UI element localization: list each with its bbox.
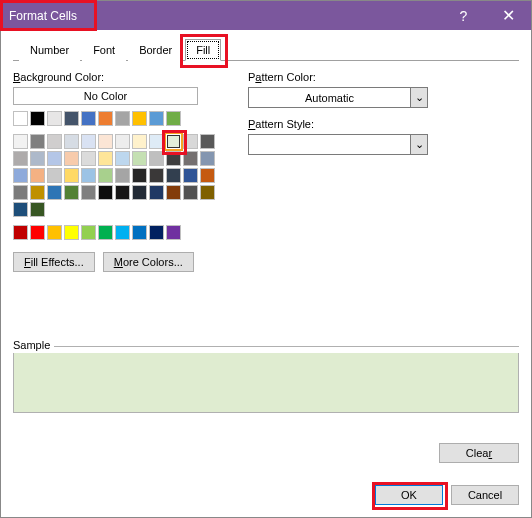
color-swatch[interactable] <box>47 168 62 183</box>
color-swatch[interactable] <box>200 134 215 149</box>
color-swatch[interactable] <box>13 111 28 126</box>
color-swatch[interactable] <box>47 225 62 240</box>
color-swatch[interactable] <box>115 151 130 166</box>
sample-preview <box>13 353 519 413</box>
color-swatch[interactable] <box>13 168 28 183</box>
color-swatch[interactable] <box>149 185 164 200</box>
chevron-down-icon[interactable]: ⌄ <box>410 88 427 107</box>
color-swatch[interactable] <box>115 225 130 240</box>
sample-section: Sample <box>13 346 519 413</box>
color-swatch[interactable] <box>98 111 113 126</box>
color-swatch[interactable] <box>132 185 147 200</box>
color-swatch[interactable] <box>98 151 113 166</box>
color-swatch[interactable] <box>13 185 28 200</box>
color-swatch[interactable] <box>166 151 181 166</box>
dialog-title: Format Cells <box>9 9 441 23</box>
clear-button[interactable]: Clear <box>439 443 519 463</box>
color-swatch[interactable] <box>98 225 113 240</box>
color-swatch[interactable] <box>81 168 96 183</box>
color-swatch[interactable] <box>149 168 164 183</box>
color-swatch[interactable] <box>166 185 181 200</box>
pattern-color-dropdown[interactable]: Automatic ⌄ <box>248 87 428 108</box>
color-swatch[interactable] <box>115 111 130 126</box>
color-swatch[interactable] <box>183 185 198 200</box>
color-swatch[interactable] <box>81 134 96 149</box>
color-swatch[interactable] <box>13 151 28 166</box>
color-swatch[interactable] <box>81 185 96 200</box>
color-swatch[interactable] <box>200 168 215 183</box>
color-swatch[interactable] <box>166 134 181 149</box>
help-icon[interactable]: ? <box>441 1 486 30</box>
chevron-down-icon[interactable]: ⌄ <box>410 135 427 154</box>
color-swatch[interactable] <box>30 202 45 217</box>
tab-strip: NumberFontBorderFill <box>13 38 519 61</box>
color-swatch[interactable] <box>132 225 147 240</box>
pattern-style-dropdown[interactable]: ⌄ <box>248 134 428 155</box>
color-swatch[interactable] <box>149 225 164 240</box>
color-swatch[interactable] <box>132 134 147 149</box>
fill-effects-button[interactable]: Fill Effects... <box>13 252 95 272</box>
pattern-color-label: Pattern Color: <box>248 71 428 83</box>
sample-label: Sample <box>13 339 54 351</box>
color-swatch[interactable] <box>30 168 45 183</box>
theme-color-grid <box>13 111 218 217</box>
color-swatch[interactable] <box>81 151 96 166</box>
color-swatch[interactable] <box>149 134 164 149</box>
pattern-color-value: Automatic <box>249 88 410 107</box>
color-swatch[interactable] <box>64 168 79 183</box>
tab-number[interactable]: Number <box>19 39 80 61</box>
color-swatch[interactable] <box>98 134 113 149</box>
close-icon[interactable]: ✕ <box>486 1 531 30</box>
color-swatch[interactable] <box>115 134 130 149</box>
background-color-label: Background Color: <box>13 71 218 83</box>
color-swatch[interactable] <box>98 168 113 183</box>
color-swatch[interactable] <box>132 168 147 183</box>
color-swatch[interactable] <box>183 151 198 166</box>
pattern-style-label: Pattern Style: <box>248 118 428 130</box>
color-swatch[interactable] <box>13 225 28 240</box>
no-color-button[interactable]: No Color <box>13 87 198 105</box>
tab-fill[interactable]: Fill <box>185 39 221 61</box>
color-swatch[interactable] <box>183 134 198 149</box>
more-colors-button[interactable]: More Colors... <box>103 252 194 272</box>
color-swatch[interactable] <box>30 111 45 126</box>
color-swatch[interactable] <box>30 151 45 166</box>
color-swatch[interactable] <box>98 185 113 200</box>
color-swatch[interactable] <box>64 185 79 200</box>
color-swatch[interactable] <box>30 134 45 149</box>
color-swatch[interactable] <box>64 225 79 240</box>
format-cells-dialog: Format Cells ? ✕ NumberFontBorderFill Ba… <box>0 0 532 518</box>
cancel-button[interactable]: Cancel <box>451 485 519 505</box>
color-swatch[interactable] <box>81 111 96 126</box>
color-swatch[interactable] <box>166 225 181 240</box>
pattern-style-value <box>249 135 410 154</box>
color-swatch[interactable] <box>149 111 164 126</box>
color-swatch[interactable] <box>166 111 181 126</box>
color-swatch[interactable] <box>115 168 130 183</box>
standard-color-row <box>13 225 218 240</box>
color-swatch[interactable] <box>64 111 79 126</box>
color-swatch[interactable] <box>47 185 62 200</box>
color-swatch[interactable] <box>200 151 215 166</box>
color-swatch[interactable] <box>149 151 164 166</box>
color-swatch[interactable] <box>64 151 79 166</box>
color-swatch[interactable] <box>132 151 147 166</box>
color-swatch[interactable] <box>47 111 62 126</box>
color-swatch[interactable] <box>13 134 28 149</box>
color-swatch[interactable] <box>132 111 147 126</box>
color-swatch[interactable] <box>47 134 62 149</box>
color-swatch[interactable] <box>200 185 215 200</box>
color-swatch[interactable] <box>47 151 62 166</box>
color-swatch[interactable] <box>81 225 96 240</box>
color-swatch[interactable] <box>64 134 79 149</box>
titlebar: Format Cells ? ✕ <box>1 1 531 30</box>
color-swatch[interactable] <box>183 168 198 183</box>
color-swatch[interactable] <box>30 225 45 240</box>
color-swatch[interactable] <box>30 185 45 200</box>
tab-font[interactable]: Font <box>82 39 126 61</box>
ok-button[interactable]: OK <box>375 485 443 505</box>
color-swatch[interactable] <box>115 185 130 200</box>
color-swatch[interactable] <box>166 168 181 183</box>
tab-border[interactable]: Border <box>128 39 183 61</box>
color-swatch[interactable] <box>13 202 28 217</box>
